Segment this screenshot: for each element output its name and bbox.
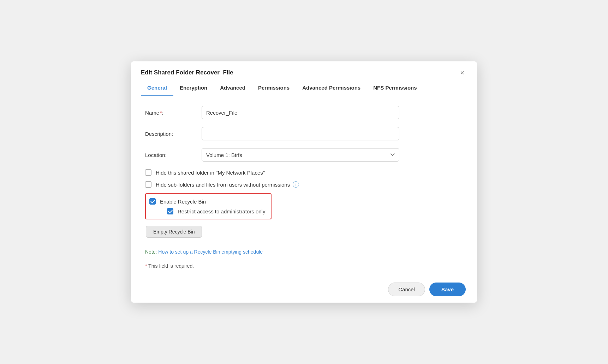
location-label: Location: <box>145 152 202 158</box>
location-select[interactable]: Volume 1: Btrfs <box>202 148 399 162</box>
hide-subfolders-checkbox[interactable] <box>145 181 151 188</box>
hide-network-label: Hide this shared folder in "My Network P… <box>156 170 265 176</box>
required-note: * This field is required. <box>145 263 463 269</box>
save-button[interactable]: Save <box>429 283 466 296</box>
description-input[interactable] <box>202 127 399 140</box>
edit-shared-folder-dialog: Edit Shared Folder Recover_File × Genera… <box>131 61 477 303</box>
restrict-admin-label: Restrict access to administrators only <box>178 208 265 214</box>
dialog-content: Name*: Description: Location: Volume 1: … <box>131 95 477 276</box>
dialog-header: Edit Shared Folder Recover_File × <box>131 61 477 78</box>
enable-recycle-row: Enable Recycle Bin <box>149 198 265 205</box>
empty-bin-row: Empty Recycle Bin <box>145 226 463 244</box>
location-row: Location: Volume 1: Btrfs <box>145 148 463 162</box>
enable-recycle-label: Enable Recycle Bin <box>160 199 206 205</box>
name-row: Name*: <box>145 106 463 119</box>
description-row: Description: <box>145 127 463 140</box>
tab-permissions[interactable]: Permissions <box>252 81 296 96</box>
hide-subfolders-row: Hide sub-folders and files from users wi… <box>145 181 463 188</box>
note-row: Note: How to set up a Recycle Bin emptyi… <box>145 249 463 255</box>
tab-bar: General Encryption Advanced Permissions … <box>131 81 477 96</box>
restrict-admin-checkbox[interactable] <box>167 208 173 214</box>
cancel-button[interactable]: Cancel <box>388 283 425 296</box>
description-label: Description: <box>145 131 202 137</box>
empty-recycle-bin-button[interactable]: Empty Recycle Bin <box>146 226 202 238</box>
tab-nfs-permissions[interactable]: NFS Permissions <box>367 81 423 96</box>
recycle-bin-highlight-box: Enable Recycle Bin Restrict access to ad… <box>145 193 272 219</box>
close-button[interactable]: × <box>457 68 467 78</box>
hide-network-checkbox[interactable] <box>145 169 151 176</box>
note-prefix: Note: <box>145 249 158 255</box>
restrict-admin-row: Restrict access to administrators only <box>149 208 265 214</box>
name-label: Name*: <box>145 110 202 116</box>
tab-advanced-permissions[interactable]: Advanced Permissions <box>296 81 367 96</box>
tab-advanced[interactable]: Advanced <box>214 81 252 96</box>
hide-subfolders-label: Hide sub-folders and files from users wi… <box>156 182 290 188</box>
dialog-footer: Cancel Save <box>131 276 477 303</box>
tab-general[interactable]: General <box>141 81 173 96</box>
dialog-title: Edit Shared Folder Recover_File <box>141 69 233 76</box>
hide-network-row: Hide this shared folder in "My Network P… <box>145 169 463 176</box>
recycle-schedule-link[interactable]: How to set up a Recycle Bin emptying sch… <box>158 249 263 255</box>
name-input[interactable] <box>202 106 399 119</box>
enable-recycle-checkbox[interactable] <box>149 198 156 205</box>
hide-subfolders-info-icon[interactable]: i <box>293 181 299 188</box>
tab-encryption[interactable]: Encryption <box>173 81 214 96</box>
